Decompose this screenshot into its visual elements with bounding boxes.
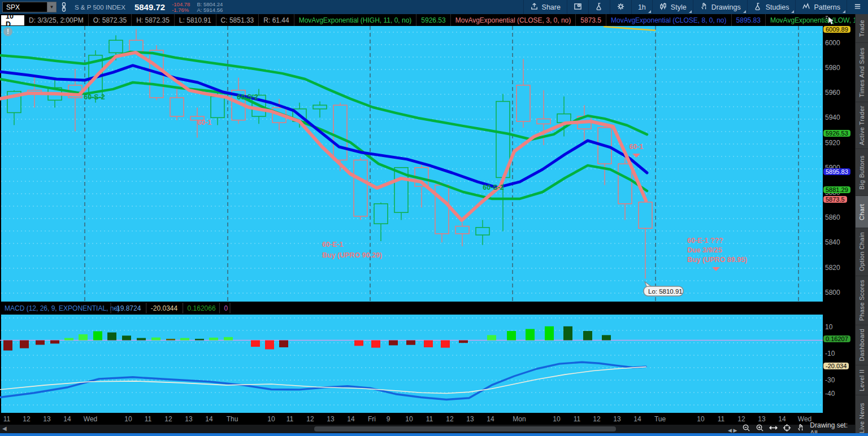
price-tick: 5940 xyxy=(825,114,840,121)
macd-histogram-bar xyxy=(487,335,496,340)
link-icon[interactable] xyxy=(61,2,67,12)
time-axis-label: 12 xyxy=(164,415,172,423)
candle xyxy=(354,158,367,220)
timeframe-button[interactable]: 1h xyxy=(631,0,652,14)
sidebar-tab-active-trader[interactable]: Active Trader xyxy=(856,102,868,149)
dropdown-caret-icon xyxy=(843,10,845,13)
news-panel-button[interactable] xyxy=(567,0,588,14)
macd-histogram-bar xyxy=(50,341,59,344)
dropdown-caret-icon xyxy=(743,10,746,13)
gadget-sidebar: TradeTimes And SalesActive TraderBig But… xyxy=(855,14,868,436)
sidebar-tab-phase-scores[interactable]: Phase Scores xyxy=(856,276,868,325)
time-axis-label: 13 xyxy=(613,415,621,423)
study-label[interactable]: MovAvgExponential (HIGH, 11, 0, no) xyxy=(294,14,417,26)
scroll-arrows[interactable]: ◀ ▶ xyxy=(728,424,737,434)
cursor-mode-icon[interactable] xyxy=(824,15,835,27)
time-axis-label: Wed xyxy=(84,415,97,423)
time-axis-label: 13 xyxy=(327,415,335,423)
macd-histogram-bar xyxy=(93,332,102,341)
analyze-button[interactable] xyxy=(588,0,610,14)
macd-histogram-bar xyxy=(526,329,535,341)
time-axis-label: 11 xyxy=(3,415,11,423)
share-button-icon xyxy=(530,2,539,12)
macd-histogram-bar xyxy=(406,341,415,345)
price-badge: -20.034 xyxy=(823,363,849,369)
macd-histogram-bar xyxy=(209,338,218,341)
price-tick: 5860 xyxy=(825,213,840,221)
price-badge: 0.16207 xyxy=(823,335,850,342)
macd-histogram-bar xyxy=(602,335,611,340)
bottom-controls: ◀ ▶Drawing set: All xyxy=(728,425,855,433)
chevron-down-icon[interactable]: ▼ xyxy=(47,2,56,12)
bid-ask-block: B: 5804.24 A: 5914.56 xyxy=(197,2,223,13)
sidebar-tab-times-and-sales[interactable]: Times And Sales xyxy=(856,43,868,102)
sidebar-tab-level-ii[interactable]: Level II xyxy=(856,365,868,395)
time-axis-label: 12 xyxy=(593,415,601,423)
symbol-description: S & P 500 INDEX xyxy=(75,4,125,11)
style-button[interactable]: Style xyxy=(652,0,693,14)
macd-histogram-bar xyxy=(265,341,274,350)
sidebar-tab-chart[interactable]: Chart xyxy=(856,196,868,228)
settings-button[interactable] xyxy=(610,0,631,14)
change-value: -104.78 xyxy=(172,2,190,7)
scrollbar-thumb[interactable] xyxy=(314,426,616,431)
menu-button[interactable] xyxy=(847,0,868,14)
toolbar-buttons: Share1hStyleDrawingsStudiesPatterns xyxy=(523,0,868,14)
time-axis-label: 11 xyxy=(718,415,725,423)
macd-value: -19.8724 xyxy=(114,304,141,312)
window-edge xyxy=(0,433,868,436)
time-axis-label: 14 xyxy=(347,415,355,423)
chart-annotation: 60-S-2 xyxy=(84,93,105,101)
macd-tick: -10 xyxy=(825,350,835,357)
top-toolbar: SPX ▼ S & P 500 INDEX 5849.72 -104.78 -1… xyxy=(0,0,868,14)
bottom-bar: ◀ ◀ ▶Drawing set: All xyxy=(0,425,855,433)
time-axis-label: 13 xyxy=(185,415,193,423)
svg-text:Lo: 5810.91: Lo: 5810.91 xyxy=(648,288,683,295)
macd-histogram-bar xyxy=(166,339,175,341)
sidebar-tab-big-buttons[interactable]: Big Buttons xyxy=(856,149,868,196)
macd-histogram-bar xyxy=(20,341,29,348)
price-axis[interactable]: 6000598059605940592059005880586058405820… xyxy=(823,26,855,425)
price-badge: 5926.53 xyxy=(823,130,850,137)
price-badge: 5895.83 xyxy=(823,168,850,175)
symbol-input[interactable]: SPX ▼ xyxy=(2,2,57,12)
drawings-button[interactable]: Drawings xyxy=(693,0,747,14)
info-icon[interactable]: ! xyxy=(3,27,12,36)
style-button-icon xyxy=(659,2,667,12)
sidebar-tab-dashboard[interactable]: Dashboard xyxy=(856,325,868,365)
bid-value: B: 5804.24 xyxy=(197,2,223,7)
patterns-button[interactable]: Patterns xyxy=(795,0,847,14)
macd-histogram-bar xyxy=(251,341,260,347)
scroll-left-icon[interactable]: ◀ xyxy=(2,425,7,431)
chart-annotation: Buy (UPRO 90.29) xyxy=(322,251,382,259)
study-label[interactable]: MovAvgExponential (LOW, 11, 0, no) xyxy=(766,14,868,26)
macd-histogram-bar xyxy=(371,341,380,348)
sidebar-tab-option-chain[interactable]: Option Chain xyxy=(856,228,868,276)
drawings-button-icon xyxy=(700,2,708,12)
macd-study-label[interactable]: MACD (12, 26, 9, EXPONENTIAL, no) xyxy=(5,304,120,312)
studies-button[interactable]: Studies xyxy=(747,0,796,14)
time-axis-label: 10 xyxy=(697,415,705,423)
sidebar-tab-live-news[interactable]: Live News xyxy=(856,395,868,436)
time-axis-label: 12 xyxy=(306,415,314,423)
patterns-button-icon xyxy=(802,2,810,12)
time-axis-label: 11 xyxy=(145,415,152,423)
study-label[interactable]: MovAvgExponential (CLOSE, 8, 0, no) xyxy=(606,14,732,26)
study-value: 5926.53 xyxy=(416,14,450,26)
macd-histogram-bar xyxy=(224,337,233,341)
ask-value: A: 5914.56 xyxy=(197,7,223,13)
svg-text:!: ! xyxy=(7,28,9,36)
study-label[interactable]: MovAvgExponential (CLOSE, 3, 0, no) xyxy=(451,14,576,26)
share-button[interactable]: Share xyxy=(523,0,567,14)
chart-annotation: 60-1 xyxy=(629,143,643,151)
price-tick: 5960 xyxy=(825,89,840,97)
menu-button-icon xyxy=(853,2,862,12)
main-chart[interactable]: 60-S-260-160-S-260-S-260-E-1Buy (UPRO 90… xyxy=(0,26,823,425)
time-axis-label: 12 xyxy=(737,415,745,423)
macd-histogram-bar xyxy=(3,341,12,351)
time-axis-label: 11 xyxy=(426,415,433,423)
ohlc-field: H: 5872.35 xyxy=(132,14,175,26)
study-value: 5873.5 xyxy=(576,14,606,26)
change-block: -104.78 -1.76% xyxy=(172,2,190,13)
sidebar-tab-trade[interactable]: Trade xyxy=(856,14,868,43)
